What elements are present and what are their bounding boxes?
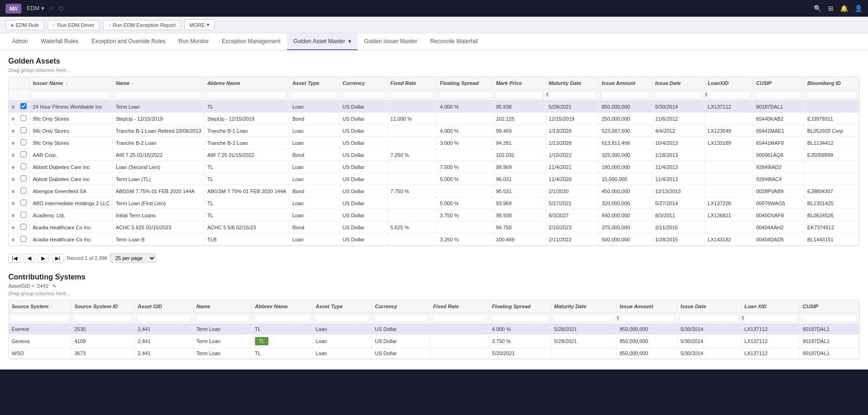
tab-exception-management[interactable]: Exception Management [215, 33, 287, 50]
row-checkbox[interactable] [20, 139, 26, 145]
row-checkbox[interactable] [20, 103, 26, 109]
col-bloomberg-id[interactable]: Bloomberg ID [804, 77, 859, 90]
filter-abbrev-input[interactable] [206, 91, 287, 99]
cs-filter-issue-date-input[interactable] [679, 314, 739, 322]
filter-currency-input[interactable] [342, 91, 385, 99]
share-icon[interactable]: ⬡ [59, 5, 63, 12]
cs-filter-cusip-input[interactable] [802, 314, 857, 322]
cs-col-cusip[interactable]: CUSIP [800, 300, 859, 313]
filter-fixed-input[interactable] [390, 91, 435, 99]
table-row[interactable]: ≡ Acadia Healthcare Co Inc. Term Loan B … [9, 233, 859, 246]
col-issue-date[interactable]: Issue Date [652, 77, 705, 90]
row-checkbox[interactable] [20, 151, 26, 157]
tab-reconcile-waterfall[interactable]: Reconcile Waterfall [424, 33, 484, 50]
filter-maturity-input[interactable] [548, 91, 597, 99]
table-row[interactable]: ≡ AAR Corp. AIR 7.25 01/15/2022 AIR 7.25… [9, 149, 859, 161]
page-last-button[interactable]: ▶| [52, 254, 64, 263]
col-asset-type[interactable]: Asset Type [289, 77, 339, 90]
table-row[interactable]: ≡ Academy, Ltd, Initial Term Loans TL Lo… [9, 209, 859, 221]
cs-col-abbrev-name[interactable]: Abbrev Name [252, 300, 313, 313]
table-row[interactable]: ≡ Abengoa Greenfield SA ABGSM 7.75% 01 F… [9, 185, 859, 197]
row-checkbox[interactable] [20, 200, 26, 206]
filter-name-input[interactable] [115, 91, 202, 99]
page-next-button[interactable]: ▶ [38, 254, 49, 263]
filter-loanxid-input[interactable] [707, 91, 751, 99]
filter-cusip-input[interactable] [755, 91, 802, 99]
row-checkbox[interactable] [20, 163, 26, 169]
app-dropdown-icon[interactable]: ▾ [41, 5, 44, 12]
row-checkbox[interactable] [20, 236, 26, 242]
filter-issue-amount-input[interactable] [600, 91, 650, 99]
filter-bloomberg-input[interactable] [806, 91, 857, 99]
cs-col-maturity-date[interactable]: Maturity Date [551, 300, 617, 313]
row-checkbox[interactable] [20, 175, 26, 182]
col-issue-amount[interactable]: Issue Amount [599, 77, 652, 90]
cs-col-loan-xid[interactable]: Loan XID [741, 300, 800, 313]
run-edm-driver-button[interactable]: ↑ Run EDM Driver [48, 20, 100, 30]
col-currency[interactable]: Currency [339, 77, 387, 90]
filter-mark-input[interactable] [495, 91, 544, 99]
table-row[interactable]: ≡ ABG Intermediate Holdings 2 LLC Term L… [9, 197, 859, 209]
table-row[interactable]: ≡ Abbott Diabetes Care Inc Loan (Second … [9, 161, 859, 173]
cs-filter-asset-type-input[interactable] [315, 314, 370, 322]
table-row[interactable]: ≡ 99c Only Stores StepUp - 12/15/2019 St… [9, 113, 859, 125]
row-checkbox[interactable] [20, 127, 26, 133]
run-edm-exception-button[interactable]: ↑ Run EDM Exception Report [103, 20, 181, 30]
star-icon[interactable]: ☆ [49, 5, 54, 12]
user-icon[interactable]: 👤 [855, 5, 862, 12]
table-row[interactable]: Geneva 4109 2,441 Term Loan TL Loan US D… [9, 335, 859, 348]
cs-filter-source-id-input[interactable] [73, 314, 132, 322]
cs-filter-name-input[interactable] [196, 314, 250, 322]
filter-issuer-input[interactable] [32, 91, 111, 99]
edm-rule-button[interactable]: ● EDM Rule [6, 20, 44, 30]
search-icon[interactable]: 🔍 [814, 5, 822, 12]
cs-filter-issue-amount-input[interactable] [619, 314, 675, 322]
tab-golden-issuer-master[interactable]: Golden Issuer Master [358, 33, 424, 50]
cs-col-currency[interactable]: Currency [372, 300, 430, 313]
tab-admin[interactable]: Admin [6, 33, 34, 50]
col-cusip[interactable]: CUSIP [753, 77, 804, 90]
cs-col-asset-gid[interactable]: Asset GID [135, 300, 193, 313]
table-row[interactable]: ≡ Abbott Diabetes Care Inc Term Loan (TL… [9, 173, 859, 185]
col-mark-price[interactable]: Mark Price [493, 77, 546, 90]
cs-filter-source-input[interactable] [11, 314, 69, 322]
table-row[interactable]: ≡ Acadia Healthcare Co Inc. ACHC 5.625 0… [9, 221, 859, 233]
cs-col-source-system[interactable]: Source System ↑ [9, 300, 72, 313]
col-name[interactable]: Name ↑ [113, 77, 204, 90]
cs-col-fixed-rate[interactable]: Fixed Rate [430, 300, 489, 313]
more-button[interactable]: MORE ▾ [184, 19, 215, 30]
tab-waterfall-rules[interactable]: Waterfall Rules [34, 33, 85, 50]
golden-asset-master-dropdown-icon[interactable]: ▾ [348, 38, 351, 45]
table-row[interactable]: ≡ 99c Only Stores Tranche B-1 Loan Retir… [9, 125, 859, 137]
tab-run-monitor[interactable]: Run Monitor [172, 33, 215, 50]
cs-col-issue-date[interactable]: Issue Date [678, 300, 741, 313]
cs-filter-currency-input[interactable] [374, 314, 428, 322]
cs-col-issue-amount[interactable]: Issue Amount [617, 300, 678, 313]
cs-filter-asset-gid-input[interactable] [137, 314, 191, 322]
cs-filter-fixed-input[interactable] [432, 314, 487, 322]
row-checkbox[interactable] [20, 188, 26, 194]
table-row[interactable]: WSO 3673 2,441 Term Loan TL Loan US Doll… [9, 348, 859, 359]
col-loanxid[interactable]: LoanXID [705, 77, 753, 90]
per-page-select[interactable]: 25 per page 50 per page 100 per page [110, 253, 156, 263]
cs-filter-loanxid-input[interactable] [744, 314, 798, 322]
page-first-button[interactable]: |◀ [8, 254, 21, 263]
cs-filter-abbrev-input[interactable] [254, 314, 311, 322]
filter-issue-date-input[interactable] [654, 91, 703, 99]
col-issuer-name[interactable]: Issuer Name ↑ [30, 77, 113, 90]
col-fixed-rate[interactable]: Fixed Rate [387, 77, 437, 90]
filter-asset-type-input[interactable] [291, 91, 337, 99]
row-checkbox[interactable] [20, 212, 26, 218]
cs-col-name[interactable]: Name [193, 300, 252, 313]
table-row[interactable]: ≡ 24 Hour Fitness Worldwide Inc Term Loa… [9, 101, 859, 113]
cs-col-source-system-id[interactable]: Source System ID [72, 300, 135, 313]
col-maturity-date[interactable]: Maturity Date [546, 77, 599, 90]
cs-filter-floating-input[interactable] [491, 314, 549, 322]
assetgid-edit-icon[interactable]: ✎ [52, 284, 56, 289]
row-checkbox[interactable] [20, 224, 26, 230]
table-row[interactable]: ≡ 99c Only Stores Tranche B-2 Loan Tranc… [9, 137, 859, 149]
col-floating-spread[interactable]: Floating Spread [437, 77, 493, 90]
row-checkbox[interactable] [20, 115, 26, 121]
notification-icon[interactable]: 🔔 [840, 5, 848, 12]
cs-col-floating-spread[interactable]: Floating Spread [489, 300, 551, 313]
